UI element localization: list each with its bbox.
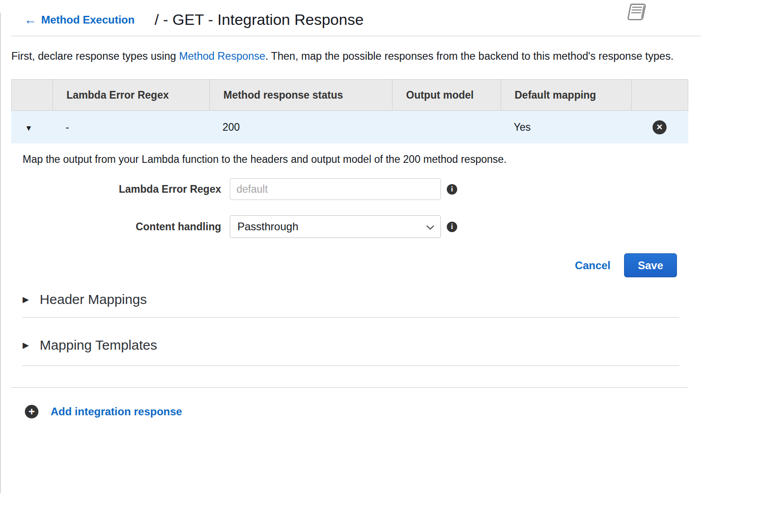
header-mappings-section[interactable]: ▶ Header Mappings — [23, 292, 688, 307]
info-icon[interactable]: i — [447, 184, 457, 195]
table-row[interactable]: ▼ - 200 Yes × — [11, 111, 688, 143]
mapping-templates-title: Mapping Templates — [40, 337, 157, 353]
column-header-actions — [631, 80, 688, 110]
expanded-response-panel: Map the output from your Lambda function… — [11, 143, 688, 388]
panel-description: Map the output from your Lambda function… — [23, 153, 688, 166]
header-mappings-title: Header Mappings — [40, 292, 147, 307]
content-handling-row: Content handling Passthrough i — [11, 215, 688, 238]
row-lambda-error-regex: - — [52, 121, 209, 133]
back-arrow-icon: ← — [24, 14, 37, 26]
cancel-button[interactable]: Cancel — [575, 259, 610, 272]
integration-responses-table: Lambda Error Regex Method response statu… — [11, 79, 688, 143]
save-button[interactable]: Save — [624, 253, 677, 277]
column-header-default-mapping: Default mapping — [501, 80, 631, 110]
column-header-lambda-error-regex: Lambda Error Regex — [52, 80, 209, 110]
content-handling-label: Content handling — [11, 221, 221, 233]
method-response-link[interactable]: Method Response — [179, 50, 265, 62]
row-expander-cell: ▼ — [11, 121, 52, 133]
row-default-mapping: Yes — [500, 121, 631, 133]
intro-text-before: First, declare response types using — [11, 50, 179, 62]
collapse-row-icon[interactable]: ▼ — [25, 124, 33, 133]
delete-response-icon[interactable]: × — [653, 120, 667, 134]
section-divider — [23, 366, 679, 366]
page-header: ← Method Execution / - GET - Integration… — [11, 0, 700, 36]
add-integration-response[interactable]: + Add integration response — [25, 405, 757, 418]
pane-left-border — [0, 13, 1, 493]
content-handling-value: Passthrough — [237, 220, 298, 233]
intro-text-after: . Then, map the possible responses from … — [265, 50, 674, 62]
row-method-response-status: 200 — [209, 121, 392, 133]
row-actions-cell: × — [631, 120, 688, 134]
add-icon: + — [25, 405, 38, 418]
lambda-error-regex-label: Lambda Error Regex — [11, 183, 221, 195]
chevron-down-icon — [426, 225, 435, 230]
back-link-label: Method Execution — [41, 14, 135, 26]
expand-section-icon: ▶ — [23, 340, 29, 350]
table-header-row: Lambda Error Regex Method response statu… — [11, 79, 688, 111]
lambda-error-regex-row: Lambda Error Regex i — [11, 178, 688, 200]
add-integration-response-link[interactable]: Add integration response — [51, 405, 182, 418]
intro-text: First, declare response types using Meth… — [11, 48, 716, 65]
column-header-method-response-status: Method response status — [209, 80, 392, 110]
mapping-templates-section[interactable]: ▶ Mapping Templates — [23, 337, 688, 353]
column-header-expander — [12, 80, 52, 110]
lambda-error-regex-input[interactable] — [230, 178, 441, 200]
form-actions: Cancel Save — [11, 253, 688, 277]
content-handling-select[interactable]: Passthrough — [230, 215, 441, 238]
book-icon[interactable] — [627, 3, 648, 22]
section-divider — [23, 317, 679, 318]
back-link-method-execution[interactable]: ← Method Execution — [24, 14, 135, 26]
page-title: / - GET - Integration Response — [155, 11, 364, 28]
info-icon[interactable]: i — [447, 222, 457, 232]
expand-section-icon: ▶ — [23, 294, 29, 304]
integration-response-page: ← Method Execution / - GET - Integration… — [0, 0, 757, 532]
column-header-output-model: Output model — [392, 80, 501, 110]
